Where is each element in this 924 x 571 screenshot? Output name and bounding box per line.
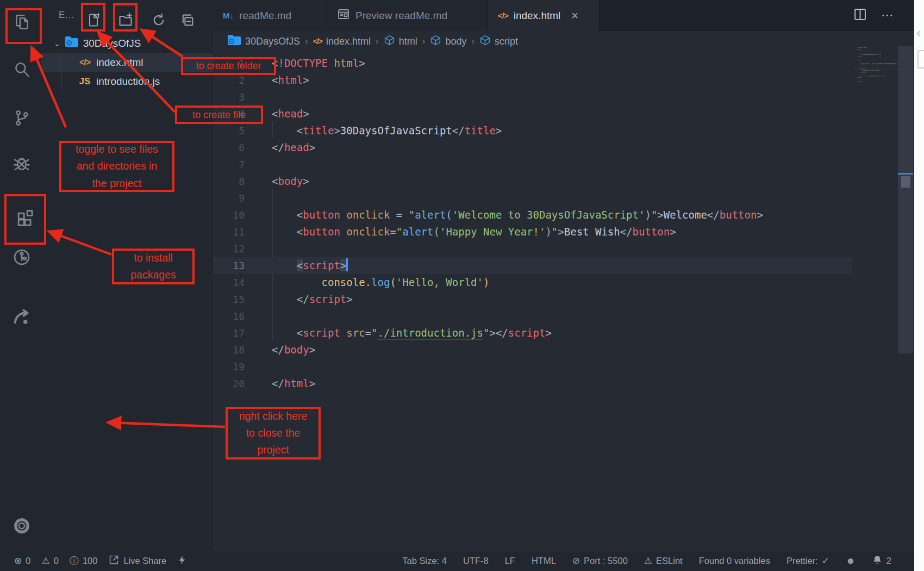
status-feedback[interactable]: ☻ [846, 556, 856, 567]
status-text: Found 0 variables [699, 556, 770, 566]
code-line-5[interactable]: 5 <title>30DaysOfJavaScript</title> [213, 122, 914, 139]
explorer-highlight-box [5, 8, 42, 44]
line-content: <body> [245, 173, 309, 190]
line-number: 5 [213, 122, 245, 139]
source-control-icon [13, 109, 31, 127]
create-file-label: to create file [175, 105, 263, 124]
status-live-share[interactable]: Live Share [108, 554, 166, 568]
code-line-8[interactable]: 8<body> [213, 173, 914, 190]
code-line-11[interactable]: 11 <button onclick="alert('Happy New Yea… [213, 224, 914, 240]
code-line-2[interactable]: 2<html> [213, 72, 914, 89]
status-text: Live Share [123, 556, 166, 566]
code-line-15[interactable]: 15 </script> [213, 291, 914, 308]
status-tab-size[interactable]: Tab Size: 4 [402, 556, 447, 566]
status-text: HTML [532, 556, 556, 566]
status-text: 100 [83, 556, 98, 566]
status-errors[interactable]: ⊗0 [14, 555, 30, 567]
code-line-16[interactable]: 16 [213, 308, 914, 325]
explorer-title: E… [59, 10, 74, 21]
status-encoding[interactable]: UTF-8 [463, 556, 489, 566]
code-line-1[interactable]: 1<!DOCTYPE html> [213, 55, 914, 72]
status-language-mode[interactable]: HTML [532, 556, 556, 566]
split-editor-icon[interactable] [853, 8, 867, 23]
activity-bar [0, 0, 41, 551]
sidebar-item-source-control[interactable] [8, 104, 36, 132]
breadcrumb-item-body[interactable]: body [430, 34, 466, 49]
status-bar: ⊗0⚠0ⓘ100Live Share Tab Size: 4UTF-8LFHTM… [0, 551, 914, 571]
code-line-12[interactable]: 12 [213, 240, 914, 257]
status-lightning[interactable] [177, 554, 187, 569]
code-line-3[interactable]: 3 [213, 89, 914, 105]
code-line-19[interactable]: 19 [213, 358, 914, 375]
line-content [245, 308, 272, 325]
js-icon: JS [77, 76, 93, 87]
status-text: 0 [26, 556, 30, 566]
scrollbar-track[interactable] [898, 46, 913, 353]
collapse-all-icon[interactable] [179, 12, 196, 28]
close-icon[interactable]: × [571, 10, 578, 22]
refresh-icon[interactable] [151, 12, 167, 28]
code-line-6[interactable]: 6</head> [213, 139, 914, 156]
line-content [245, 156, 272, 173]
breadcrumb-item-index.html[interactable]: </>index.html [313, 36, 371, 47]
code-line-7[interactable]: 7 [213, 156, 914, 173]
status-notifications[interactable]: 2 [872, 554, 891, 568]
code-line-20[interactable]: 20</html> [213, 375, 914, 392]
chevron-left-icon: ‹ [916, 25, 921, 41]
sidebar-item-search[interactable] [8, 55, 36, 84]
sidebar-item-run-debug[interactable] [8, 149, 36, 177]
code-line-17[interactable]: 17 <script src="./introduction.js"></scr… [213, 325, 914, 342]
minimap[interactable]: 1<!DOCTYPE html>2<html>34<head>5 <title>… [854, 46, 899, 85]
create-folder-label: to create folder [181, 57, 276, 75]
folder-icon [227, 34, 241, 49]
code-line-4[interactable]: 4<head> [213, 105, 914, 122]
code-line-20[interactable]: 20</html> [854, 80, 899, 82]
new-file-highlight-box [81, 3, 105, 32]
code-line-9[interactable]: 9 [213, 190, 914, 207]
status-eol[interactable]: LF [505, 556, 515, 566]
status-text: Prettier: [786, 556, 818, 566]
chevron-down-icon: ⌄ [54, 39, 60, 48]
line-number: 18 [213, 342, 245, 358]
editor-group: M↓readMe.mdPreview readMe.md</>index.htm… [213, 0, 914, 551]
breadcrumb-label: index.html [326, 36, 371, 47]
breadcrumb-item-script[interactable]: script [479, 34, 518, 49]
folder-icon [65, 36, 79, 51]
info-icon: ⓘ [70, 555, 79, 567]
tab-label: readMe.md [239, 10, 291, 22]
gear-icon [12, 516, 32, 536]
line-number: 6 [213, 139, 245, 156]
breadcrumb-item-html[interactable]: html [384, 34, 417, 49]
status-text: 2 [886, 556, 891, 566]
markdown-icon: M↓ [223, 11, 234, 20]
breadcrumb-item-30DaysOfJS[interactable]: 30DaysOfJS [227, 34, 300, 49]
line-content: console.log('Hello, World') [245, 274, 489, 291]
code-area[interactable]: 1<!DOCTYPE html>2<html>34<head>5 <title>… [213, 52, 914, 551]
status-info[interactable]: ⓘ100 [70, 555, 98, 567]
tab-Preview readMe.md[interactable]: Preview readMe.md [327, 0, 488, 31]
breadcrumb-separator: › [471, 36, 475, 47]
sidebar-item-circle-branch[interactable] [8, 243, 36, 271]
status-prettier[interactable]: Prettier:✓ [786, 555, 829, 567]
status-text: Tab Size: 4 [402, 556, 447, 566]
line-number: 10 [213, 207, 245, 224]
new-folder-highlight-box [113, 3, 138, 32]
more-actions-icon[interactable]: ⋯ [881, 8, 895, 23]
smiley-icon: ☻ [846, 556, 856, 567]
cube-icon [430, 34, 441, 49]
project-root-row[interactable]: ⌄30DaysOfJS [41, 34, 213, 53]
code-line-14[interactable]: 14 console.log('Hello, World') [213, 274, 914, 291]
status-variables[interactable]: Found 0 variables [699, 556, 770, 566]
line-content: </html> [854, 80, 862, 82]
file-name: introduction.js [96, 76, 160, 88]
code-line-10[interactable]: 10 <button onclick = "alert('Welcome to … [213, 207, 914, 224]
sidebar-item-settings[interactable] [8, 512, 36, 540]
tab-index.html[interactable]: </>index.html× [488, 0, 600, 31]
status-port[interactable]: ⊘Port : 5500 [572, 555, 628, 567]
sidebar-item-live-share[interactable] [8, 303, 36, 331]
tab-readMe.md[interactable]: M↓readMe.md [213, 0, 327, 31]
code-line-18[interactable]: 18</body> [213, 342, 914, 358]
status-warnings[interactable]: ⚠0 [41, 555, 58, 567]
status-eslint[interactable]: ⚠ESLint [644, 555, 683, 567]
code-line-13[interactable]: 13 <script> [213, 257, 914, 274]
